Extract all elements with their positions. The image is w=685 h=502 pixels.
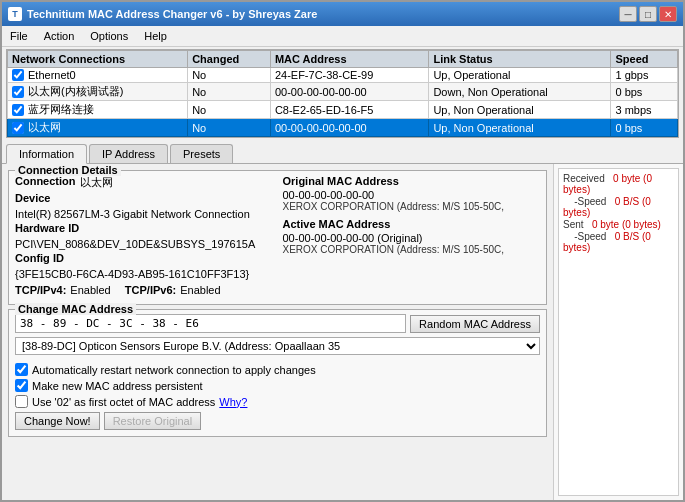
col-header-name: Network Connections: [8, 51, 188, 68]
change-mac-group: Change MAC Address Random MAC Address [3…: [8, 309, 547, 437]
hardware-id-label: Hardware ID: [15, 222, 79, 234]
hardware-id-row: Hardware ID PCI\VEN_8086&DEV_10DE&SUBSYS…: [15, 222, 273, 250]
tcpipv4-label: TCP/IPv4:: [15, 284, 66, 296]
tcpipv6-value: Enabled: [180, 284, 220, 296]
menu-options[interactable]: Options: [82, 28, 136, 44]
col-header-speed: Speed: [611, 51, 678, 68]
table-row[interactable]: Ethernet0No24-EF-7C-38-CE-99Up, Operatio…: [8, 68, 678, 83]
stats-panel: Received 0 byte (0 bytes) -Speed 0 B/S (…: [558, 168, 679, 496]
tabs-bar: Information IP Address Presets: [2, 144, 683, 164]
col-header-changed: Changed: [188, 51, 271, 68]
row-speed-cell: 3 mbps: [611, 101, 678, 119]
original-mac-title: Original MAC Address: [283, 175, 541, 187]
original-mac-vendor: XEROX CORPORATION (Address: M/S 105-50C,: [283, 201, 541, 212]
sent-label: Sent: [563, 219, 584, 230]
network-connections-section: Network Connections Changed MAC Address …: [6, 49, 679, 138]
network-table: Network Connections Changed MAC Address …: [7, 50, 678, 137]
row-changed-cell: No: [188, 68, 271, 83]
use-02-checkbox[interactable]: [15, 395, 28, 408]
row-status-cell: Up, Operational: [429, 68, 611, 83]
received-label: Received: [563, 173, 605, 184]
row-status-cell: Up, Non Operational: [429, 101, 611, 119]
right-panel: Received 0 byte (0 bytes) -Speed 0 B/S (…: [553, 164, 683, 500]
received-speed-label: -Speed: [574, 196, 606, 207]
restore-original-button[interactable]: Restore Original: [104, 412, 201, 430]
persistent-mac-checkbox[interactable]: [15, 379, 28, 392]
action-buttons: Change Now! Restore Original: [15, 412, 540, 430]
sent-speed-label: -Speed: [574, 231, 606, 242]
persistent-mac-label: Make new MAC address persistent: [32, 380, 203, 392]
checkbox1-row: Automatically restart network connection…: [15, 363, 540, 376]
row-changed-cell: No: [188, 83, 271, 101]
main-window: T Technitium MAC Address Changer v6 - by…: [0, 0, 685, 502]
menu-file[interactable]: File: [2, 28, 36, 44]
row-mac-cell: 00-00-00-00-00-00: [270, 83, 429, 101]
mac-input-row: Random MAC Address: [15, 314, 540, 333]
why-link[interactable]: Why?: [219, 396, 247, 408]
row-speed-cell: 1 gbps: [611, 68, 678, 83]
row-speed-cell: 0 bps: [611, 83, 678, 101]
mac-address-input[interactable]: [15, 314, 406, 333]
auto-restart-checkbox[interactable]: [15, 363, 28, 376]
connection-right-col: Original MAC Address 00-00-00-00-00-00 X…: [283, 175, 541, 298]
original-mac-value: 00-00-00-00-00-00: [283, 189, 541, 201]
connection-name-row: Connection 以太网: [15, 175, 273, 190]
device-row: Device Intel(R) 82567LM-3 Gigabit Networ…: [15, 192, 273, 220]
close-button[interactable]: ✕: [659, 6, 677, 22]
col-header-status: Link Status: [429, 51, 611, 68]
connection-left-col: Connection 以太网 Device Intel(R) 82567LM-3…: [15, 175, 273, 298]
menu-bar: File Action Options Help: [2, 26, 683, 47]
row-name: 蓝牙网络连接: [28, 102, 94, 117]
table-row[interactable]: 蓝牙网络连接NoC8-E2-65-ED-16-F5Up, Non Operati…: [8, 101, 678, 119]
row-name-cell: 以太网(内核调试器): [8, 83, 188, 101]
connection-name-value: 以太网: [80, 175, 113, 190]
window-title: Technitium MAC Address Changer v6 - by S…: [27, 8, 317, 20]
app-icon: T: [8, 7, 22, 21]
table-row[interactable]: 以太网(内核调试器)No00-00-00-00-00-00Down, Non O…: [8, 83, 678, 101]
tcpipv6-label: TCP/IPv6:: [125, 284, 176, 296]
tcpipv4-value: Enabled: [70, 284, 110, 296]
device-label: Device: [15, 192, 50, 204]
row-checkbox[interactable]: [12, 104, 24, 116]
row-mac-cell: C8-E2-65-ED-16-F5: [270, 101, 429, 119]
minimize-button[interactable]: ─: [619, 6, 637, 22]
row-status-cell: Up, Non Operational: [429, 119, 611, 137]
config-id-row: Config ID {3FE15CB0-F6CA-4D93-AB95-161C1…: [15, 252, 273, 280]
row-checkbox[interactable]: [12, 122, 24, 134]
auto-restart-label: Automatically restart network connection…: [32, 364, 316, 376]
row-name: Ethernet0: [28, 69, 76, 81]
change-mac-label: Change MAC Address: [15, 303, 136, 315]
menu-action[interactable]: Action: [36, 28, 83, 44]
connection-details-content: Connection 以太网 Device Intel(R) 82567LM-3…: [15, 175, 540, 298]
random-mac-button[interactable]: Random MAC Address: [410, 315, 540, 333]
use-02-label: Use '02' as first octet of MAC address: [32, 396, 215, 408]
main-content: Connection Details Connection 以太网 Device…: [2, 164, 683, 500]
received-speed-row: -Speed 0 B/S (0 bytes): [563, 196, 674, 218]
tab-ip-address[interactable]: IP Address: [89, 144, 168, 163]
row-status-cell: Down, Non Operational: [429, 83, 611, 101]
checkbox2-row: Make new MAC address persistent: [15, 379, 540, 392]
vendor-select[interactable]: [38-89-DC] Opticon Sensors Europe B.V. (…: [15, 337, 540, 355]
row-speed-cell: 0 bps: [611, 119, 678, 137]
tab-presets[interactable]: Presets: [170, 144, 233, 163]
tab-information[interactable]: Information: [6, 144, 87, 164]
active-mac-value: 00-00-00-00-00-00 (Original): [283, 232, 541, 244]
row-name: 以太网: [28, 120, 61, 135]
menu-help[interactable]: Help: [136, 28, 175, 44]
active-mac-title: Active MAC Address: [283, 218, 541, 230]
row-changed-cell: No: [188, 119, 271, 137]
connection-name-label: Connection: [15, 175, 76, 187]
vendor-select-row: [38-89-DC] Opticon Sensors Europe B.V. (…: [15, 337, 540, 359]
sent-row: Sent 0 byte (0 bytes): [563, 219, 674, 230]
table-row[interactable]: 以太网No00-00-00-00-00-00Up, Non Operationa…: [8, 119, 678, 137]
stats-area: Received 0 byte (0 bytes) -Speed 0 B/S (…: [563, 173, 674, 254]
row-checkbox[interactable]: [12, 69, 24, 81]
row-name: 以太网(内核调试器): [28, 84, 123, 99]
row-checkbox[interactable]: [12, 86, 24, 98]
maximize-button[interactable]: □: [639, 6, 657, 22]
row-mac-cell: 24-EF-7C-38-CE-99: [270, 68, 429, 83]
sent-value: 0 byte (0 bytes): [592, 219, 661, 230]
change-now-button[interactable]: Change Now!: [15, 412, 100, 430]
row-name-cell: 以太网: [8, 119, 188, 137]
row-name-cell: 蓝牙网络连接: [8, 101, 188, 119]
